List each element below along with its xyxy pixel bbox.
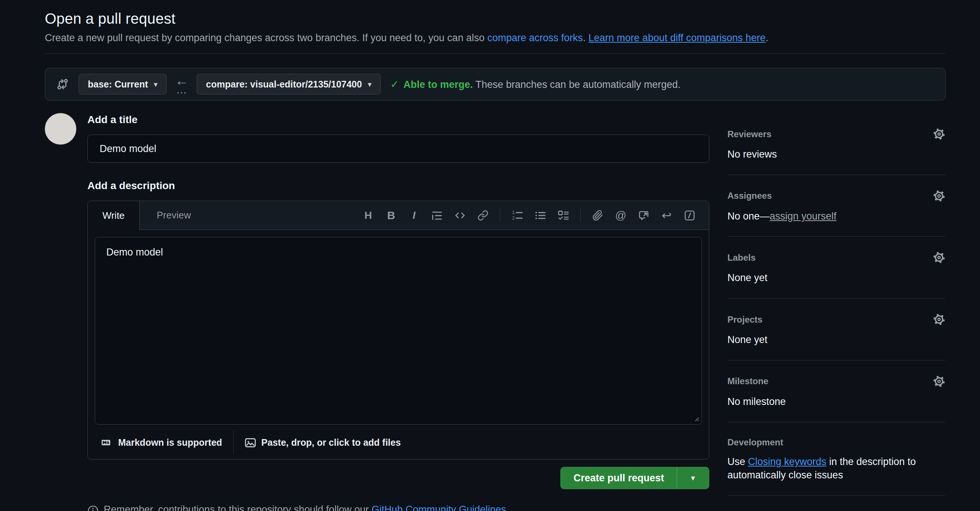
italic-icon: I <box>413 209 415 221</box>
create-pull-request-split-button: Create pull request ▾ <box>560 467 709 489</box>
slash-commands-button[interactable] <box>680 206 699 225</box>
gear-icon[interactable] <box>933 375 945 388</box>
compare-across-forks-link[interactable]: compare across forks <box>487 32 583 43</box>
check-icon: ✓ <box>390 78 399 91</box>
merge-status-bold: Able to merge. <box>403 79 473 90</box>
compare-branch-selector[interactable]: compare: visual-editor/2135/107400 ▾ <box>197 74 381 94</box>
svg-text:1: 1 <box>512 210 515 215</box>
gear-icon[interactable] <box>933 190 945 202</box>
labels-title: Labels <box>727 252 756 263</box>
merge-status: ✓ Able to merge. These branches can be a… <box>390 78 681 91</box>
sidebar: Reviewers No reviews Assignees No one—as… <box>727 113 945 511</box>
ellipsis-icon: … <box>176 86 188 93</box>
page-subtitle: Create a new pull request by comparing c… <box>45 32 945 44</box>
editor-footer: Markdown is supported Paste, drop, or cl… <box>88 426 709 459</box>
task-list-button[interactable] <box>554 206 573 225</box>
attach-file-button[interactable] <box>588 206 608 225</box>
saved-replies-button[interactable]: ↩ <box>657 206 676 225</box>
cross-reference-button[interactable] <box>634 206 653 225</box>
sidebar-section-labels: Labels None yet <box>727 251 945 299</box>
subtitle-text: Create a new pull request by comparing c… <box>45 32 487 43</box>
markdown-hint-label: Markdown is supported <box>118 437 222 448</box>
page-title: Open a pull request <box>45 10 945 27</box>
subtitle-period: . <box>765 32 768 43</box>
community-guidelines-link[interactable]: GitHub Community Guidelines. <box>371 504 509 511</box>
diff-comparisons-link[interactable]: Learn more about diff comparisons here <box>589 32 765 43</box>
italic-button[interactable]: I <box>404 206 424 225</box>
task-list-icon <box>558 210 569 221</box>
quote-button[interactable] <box>427 206 447 225</box>
page-header: Open a pull request Create a new pull re… <box>45 10 945 54</box>
sidebar-divider <box>727 495 945 496</box>
image-icon <box>245 437 256 448</box>
code-icon <box>455 210 466 221</box>
pr-title-input[interactable] <box>88 135 709 163</box>
info-icon <box>88 505 99 511</box>
sidebar-section-projects: Projects None yet <box>727 313 945 361</box>
unordered-list-icon <box>535 210 546 221</box>
title-label: Add a title <box>88 114 709 126</box>
attach-files-button[interactable]: Paste, drop, or click to add files <box>245 437 401 448</box>
heading-button[interactable]: H <box>358 206 378 225</box>
bold-icon: B <box>387 209 395 222</box>
closing-keywords-link[interactable]: Closing keywords <box>748 456 827 467</box>
markdown-editor: Write Preview H B I <box>88 201 709 460</box>
mention-icon: @ <box>615 209 626 222</box>
projects-value: None yet <box>727 333 945 347</box>
cross-reference-icon <box>638 210 649 221</box>
sidebar-divider <box>727 298 945 299</box>
gear-icon[interactable] <box>933 251 945 263</box>
footer-divider <box>233 431 234 455</box>
code-button[interactable] <box>450 206 469 225</box>
projects-title: Projects <box>727 315 763 325</box>
sidebar-divider <box>727 360 945 361</box>
markdown-supported-link[interactable]: Markdown is supported <box>95 437 222 448</box>
sidebar-section-development: Development Use Closing keywords in the … <box>727 437 945 496</box>
development-text: Use <box>727 456 748 467</box>
create-pull-request-dropdown[interactable]: ▾ <box>677 467 709 489</box>
link-button[interactable] <box>473 206 493 225</box>
sidebar-divider <box>727 422 945 422</box>
attach-hint-label: Paste, drop, or click to add files <box>261 437 401 448</box>
sidebar-section-assignees: Assignees No one—assign yourself <box>727 190 945 237</box>
labels-value: None yet <box>727 271 945 285</box>
tab-preview[interactable]: Preview <box>140 201 208 230</box>
compare-direction-indicator: ← … <box>175 75 189 93</box>
assign-yourself-link[interactable]: assign yourself <box>770 211 836 222</box>
chevron-down-icon: ▾ <box>154 81 158 88</box>
ordered-list-button[interactable]: 12 <box>508 206 527 225</box>
resize-handle[interactable] <box>693 415 699 423</box>
note-text: Remember, contributions to this reposito… <box>104 504 371 511</box>
create-pull-request-button[interactable]: Create pull request <box>561 467 677 489</box>
reply-icon: ↩ <box>662 208 672 222</box>
sidebar-divider <box>727 236 945 236</box>
toolbar-divider <box>581 209 581 222</box>
sidebar-section-reviewers: Reviewers No reviews <box>727 128 945 175</box>
reviewers-title: Reviewers <box>727 129 772 139</box>
base-branch-label: base: Current <box>88 79 148 90</box>
markdown-icon <box>99 438 113 447</box>
ordered-list-icon: 12 <box>512 210 523 221</box>
assignees-value: No one— <box>727 211 770 222</box>
contribution-note: Remember, contributions to this reposito… <box>88 504 709 511</box>
quote-icon <box>431 210 442 221</box>
bold-button[interactable]: B <box>382 206 401 225</box>
branch-compare-bar: base: Current ▾ ← … compare: visual-edit… <box>45 68 945 101</box>
toolbar-divider <box>500 209 500 222</box>
pr-description-textarea[interactable]: Demo model <box>95 237 702 425</box>
header-divider <box>45 53 945 54</box>
base-branch-selector[interactable]: base: Current ▾ <box>78 74 167 94</box>
gear-icon[interactable] <box>933 313 945 326</box>
merge-status-text: These branches can be automatically merg… <box>476 79 681 90</box>
chevron-down-icon: ▾ <box>691 474 695 482</box>
unordered-list-button[interactable] <box>531 206 550 225</box>
tab-write[interactable]: Write <box>88 201 140 230</box>
mention-button[interactable]: @ <box>611 206 630 225</box>
heading-icon: H <box>364 209 372 221</box>
milestone-title: Milestone <box>727 376 768 386</box>
assignees-title: Assignees <box>727 191 772 201</box>
sidebar-divider <box>727 175 945 175</box>
markdown-toolbar: H B I 12 <box>358 201 709 230</box>
gear-icon[interactable] <box>933 128 945 140</box>
avatar-column <box>45 113 88 145</box>
